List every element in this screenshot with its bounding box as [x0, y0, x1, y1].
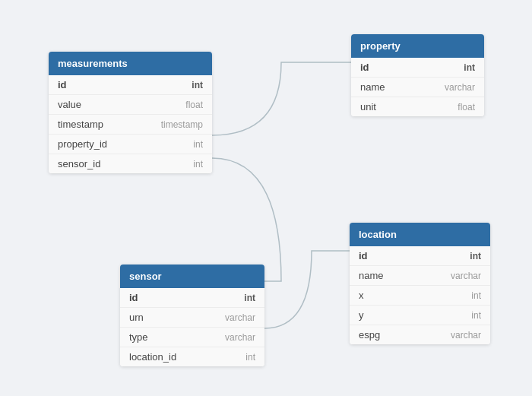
col-name-id: id	[359, 250, 368, 261]
col-name-location_id: location_id	[129, 351, 176, 363]
table-measurements-body: idintvaluefloattimestamptimestamppropert…	[49, 75, 212, 173]
col-type-x: int	[471, 290, 481, 301]
table-measurements-header: measurements	[49, 52, 212, 75]
table-location-body: idintnamevarcharxintyintespgvarchar	[350, 246, 490, 344]
line-sensor-location	[264, 251, 350, 328]
line-measurements-sensor	[120, 158, 281, 281]
table-property-header: property	[351, 34, 484, 58]
col-type-value: float	[185, 100, 203, 110]
table-sensor-row-location_id: location_idint	[120, 347, 264, 366]
table-measurements-row-property_id: property_idint	[49, 135, 212, 154]
col-type-id: int	[464, 62, 475, 73]
col-name-y: y	[359, 309, 364, 321]
table-measurements: measurementsidintvaluefloattimestamptime…	[49, 52, 212, 173]
col-name-id: id	[129, 292, 138, 303]
table-measurements-row-sensor_id: sensor_idint	[49, 154, 212, 173]
col-type-property_id: int	[193, 139, 203, 150]
col-name-value: value	[58, 99, 81, 110]
table-property-row-id: idint	[351, 58, 484, 78]
col-name-name: name	[359, 270, 384, 281]
table-location-row-x: xint	[350, 286, 490, 306]
col-type-espg: varchar	[451, 330, 481, 341]
table-location-row-id: idint	[350, 246, 490, 266]
col-type-name: varchar	[451, 271, 481, 281]
col-type-name: varchar	[445, 82, 475, 93]
col-name-sensor_id: sensor_id	[58, 158, 100, 169]
col-type-type: varchar	[225, 332, 255, 343]
table-property-row-name: namevarchar	[351, 78, 484, 97]
table-property: propertyidintnamevarcharunitfloat	[351, 34, 484, 116]
col-type-id: int	[470, 251, 481, 261]
col-name-unit: unit	[360, 101, 376, 112]
table-sensor-header: sensor	[120, 265, 264, 288]
col-name-id: id	[360, 62, 369, 73]
col-name-type: type	[129, 331, 148, 343]
col-name-id: id	[58, 79, 67, 90]
table-property-body: idintnamevarcharunitfloat	[351, 58, 484, 116]
col-type-y: int	[471, 310, 481, 321]
col-type-location_id: int	[245, 352, 255, 363]
line-measurements-property	[212, 62, 351, 135]
table-location-row-espg: espgvarchar	[350, 325, 490, 344]
col-name-espg: espg	[359, 329, 380, 341]
table-location-header: location	[350, 223, 490, 246]
table-location: locationidintnamevarcharxintyintespgvarc…	[350, 223, 490, 344]
table-sensor-row-id: idint	[120, 288, 264, 308]
table-measurements-row-timestamp: timestamptimestamp	[49, 115, 212, 135]
col-name-property_id: property_id	[58, 138, 107, 150]
table-sensor-row-urn: urnvarchar	[120, 308, 264, 328]
col-type-id: int	[192, 80, 203, 90]
table-measurements-row-id: idint	[49, 75, 212, 95]
table-measurements-row-value: valuefloat	[49, 95, 212, 115]
table-sensor: sensoridinturnvarchartypevarcharlocation…	[120, 265, 264, 366]
table-location-row-name: namevarchar	[350, 266, 490, 286]
col-name-x: x	[359, 290, 364, 301]
col-name-timestamp: timestamp	[58, 119, 103, 130]
table-property-row-unit: unitfloat	[351, 97, 484, 116]
col-type-urn: varchar	[225, 312, 255, 323]
col-type-timestamp: timestamp	[161, 119, 203, 130]
table-location-row-y: yint	[350, 306, 490, 325]
col-type-id: int	[244, 293, 255, 303]
col-type-unit: float	[458, 102, 475, 112]
table-sensor-row-type: typevarchar	[120, 328, 264, 347]
table-sensor-body: idinturnvarchartypevarcharlocation_idint	[120, 288, 264, 366]
col-name-urn: urn	[129, 312, 144, 323]
col-type-sensor_id: int	[193, 159, 203, 169]
col-name-name: name	[360, 81, 385, 93]
